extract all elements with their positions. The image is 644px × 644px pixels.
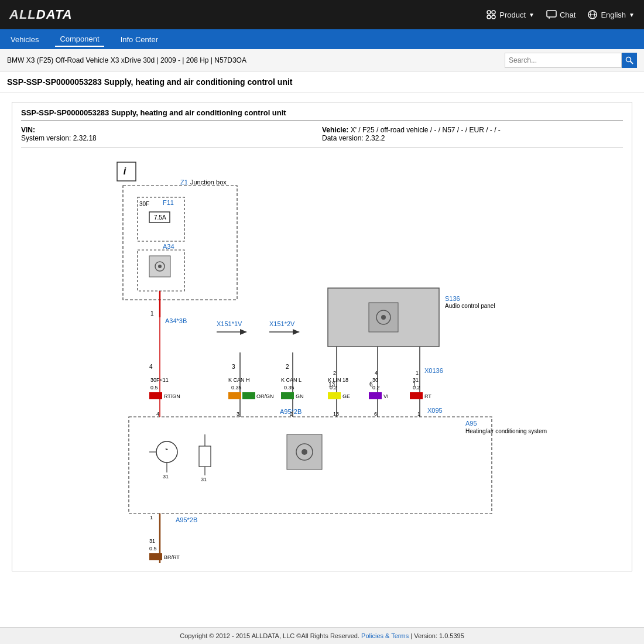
svg-point-0 [487,11,491,14]
policies-link[interactable]: Policies & Terms [361,632,409,639]
system-version: System version: 2.32.18 [21,134,97,142]
wire4-color-box [328,392,341,399]
a95-pin2: 2 [290,411,293,417]
wire3-color: GN [296,393,304,399]
copyright-text: Copyright © 2012 - 2015 ALLDATA, LLC ©Al… [180,632,359,639]
nav-vehicles[interactable]: Vehicles [6,33,43,46]
page-title: SSP-SSP-SP0000053283 Supply, heating and… [7,77,293,87]
wire2-id: K CAN H [228,377,250,383]
product-menu[interactable]: Product ▼ [486,9,535,20]
wire3-id: K CAN L [281,377,302,383]
f11-link[interactable]: F11 [163,199,174,206]
a34-3b-link[interactable]: A34*3B [165,317,187,324]
vehicle-title: BMW X3 (F25) Off-Road Vehicle X3 xDrive … [7,56,246,64]
wire6-size: 0.2 [413,385,420,390]
x0136-link[interactable]: X0136 [424,367,443,374]
a95-pin1: 1 [417,411,420,417]
a34-link[interactable]: A34 [163,243,174,250]
fuse-value: 7.5A [154,214,166,221]
wire1-size: 0.5 [150,385,158,390]
navbar: Vehicles Component Info Center [0,29,644,49]
arrow2-head [293,329,300,335]
nav-component[interactable]: Component [55,32,104,47]
chat-menu[interactable]: Chat [546,10,576,19]
search-bar [505,53,637,68]
vehicle-bar: BMW X3 (F25) Off-Road Vehicle X3 xDrive … [0,49,644,71]
wire6-id: 31 [413,377,419,383]
header-nav: Product ▼ Chat English ▼ [486,9,635,20]
info-text: i [124,166,126,176]
page-title-bar: SSP-SSP-SP0000053283 Supply, heating and… [0,71,644,93]
vehicle-details: X3 xDrive 30d | 2009 - | 208 Hp | N57D3O… [111,56,246,64]
search-input[interactable] [505,53,622,68]
wire4-color: GE [342,393,350,399]
pin1-left: 1 [150,310,154,317]
nav-info-center[interactable]: Info Center [116,33,163,46]
diagram-info: VIN: Vehicle: X' / F25 / off-road vehicl… [21,126,623,148]
english-label: English [601,11,626,19]
svg-point-2 [487,15,491,19]
wire2-color-box-green [242,392,255,399]
language-arrow: ▼ [629,12,635,18]
globe-icon [587,9,598,20]
wire1-color: RT/GN [164,393,180,399]
ground-wire-id: 31 [149,538,155,544]
a95-sublabel: Heating/air conditioning system [465,428,547,434]
wire4-id: K LIN 18 [328,377,348,383]
chat-label: Chat [560,11,576,19]
wire2-pin: 3 [232,364,235,370]
data-version: Data version: 2.32.2 [322,134,385,142]
wire6-color: RT [424,393,431,399]
audio-label: Audio control panel [445,303,495,309]
diagram-wrapper: SSP-SSP-SP0000053283 Supply, heating and… [12,102,632,571]
wire5-color-box [369,392,382,399]
a95-pin4: 4 [156,411,159,417]
chat-icon [546,10,557,19]
wire3-pin: 2 [286,364,289,370]
a95-pin13: 13 [333,411,339,417]
vin-label: VIN: [21,126,35,134]
logo: ALLDATA [9,7,73,22]
wire5-size: 0.2 [372,385,380,390]
footer: Copyright © 2012 - 2015 ALLDATA, LLC ©Al… [0,627,644,644]
wire2-color: OR/GN [256,393,274,399]
comp2-31: 31 [201,477,207,482]
main-content: SSP-SSP-SP0000053283 Supply, heating and… [0,93,644,577]
wire1-pin: 4 [149,364,153,370]
arrow1-head [240,329,247,335]
a95-link[interactable]: A95 [465,420,477,427]
vehicle-info-row: Vehicle: X' / F25 / off-road vehicle / -… [322,126,623,134]
x095-link[interactable]: X095 [427,407,443,414]
vin-value [37,126,74,134]
pin1-right: 1 [416,370,419,376]
svg-line-9 [631,61,633,64]
search-icon [625,56,633,64]
vehicle-info-value: X' / F25 / off-road vehicle / - / N57 / … [351,126,501,134]
ground-wire-size: 0.5 [149,546,157,551]
wire2-size: 0.35 [231,385,242,390]
s136-link[interactable]: S136 [445,295,460,302]
vehicle-info-label: Vehicle: [322,126,348,134]
wire4-size: 0.2 [330,385,337,390]
30f-label: 30F [139,201,149,207]
audio-connector-pin [381,315,386,320]
wire2-color-box-orange [228,392,241,399]
x151-1v-link[interactable]: X151*1V [217,320,242,327]
ground-wire-color: BR/RT [164,554,180,560]
a95-2b-bottom-link[interactable]: A95*2B [176,516,197,523]
a95-connector-pin [302,449,307,455]
wire1-color-box [149,392,162,399]
x151-2v-link[interactable]: X151*2V [269,320,295,327]
header: ALLDATA Product ▼ Chat English ▼ [0,0,644,29]
wire3-size: 0.35 [284,385,294,390]
data-version-row: Data version: 2.32.2 [322,134,623,142]
a34-connector-pin [158,265,162,268]
z1-link[interactable]: Z1 [180,179,188,186]
search-button[interactable] [622,53,637,68]
vin-row: VIN: [21,126,322,134]
diagram-header: SSP-SSP-SP0000053283 Supply, heating and… [21,108,623,121]
svg-point-8 [626,57,631,61]
language-menu[interactable]: English ▼ [587,9,635,20]
comp1-circle [156,441,177,463]
pin2-top: 2 [333,370,336,376]
